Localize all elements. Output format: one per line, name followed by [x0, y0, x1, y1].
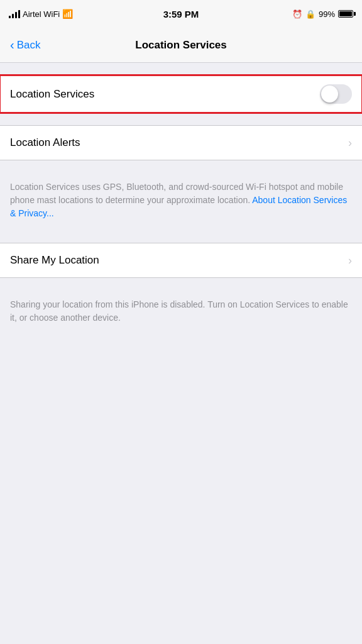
share-location-chevron-icon: › — [348, 254, 352, 267]
location-alerts-row[interactable]: Location Alerts › — [0, 126, 362, 160]
nav-title: Location Services — [135, 39, 227, 52]
share-location-label: Share My Location — [10, 254, 99, 267]
back-chevron-icon: ‹ — [10, 38, 14, 51]
lock-icon: 🔒 — [305, 9, 315, 19]
carrier-label: Airtel WiFi — [23, 9, 60, 19]
battery-percentage: 99% — [319, 9, 335, 19]
back-label[interactable]: Back — [17, 39, 41, 52]
location-alerts-label: Location Alerts — [10, 136, 80, 149]
status-right: ⏰ 🔒 99% — [292, 9, 353, 19]
alarm-icon: ⏰ — [292, 9, 302, 19]
location-services-row: Location Services — [0, 76, 362, 112]
nav-bar: ‹ Back Location Services — [0, 28, 362, 63]
status-time: 3:59 PM — [163, 9, 199, 19]
location-services-label: Location Services — [10, 88, 94, 101]
share-location-section: Share My Location › — [0, 243, 362, 278]
status-bar: Airtel WiFi 📶 3:59 PM ⏰ 🔒 99% — [0, 0, 362, 28]
toggle-thumb — [321, 86, 338, 103]
battery-icon — [338, 10, 353, 18]
location-description: Location Services uses GPS, Bluetooth, a… — [0, 173, 362, 230]
signal-icon — [9, 9, 20, 18]
share-description-text: Sharing your location from this iPhone i… — [10, 299, 348, 323]
location-alerts-section: Location Alerts › — [0, 125, 362, 160]
content: Location Services Location Alerts › Loca… — [0, 63, 362, 335]
location-services-section: Location Services — [0, 75, 362, 113]
wifi-icon: 📶 — [62, 9, 73, 19]
back-button[interactable]: ‹ Back — [10, 39, 40, 52]
share-description: Sharing your location from this iPhone i… — [0, 291, 362, 335]
location-alerts-chevron-icon: › — [348, 136, 352, 150]
location-services-toggle[interactable] — [320, 84, 352, 104]
status-left: Airtel WiFi 📶 — [9, 9, 73, 19]
share-location-row[interactable]: Share My Location › — [0, 243, 362, 277]
